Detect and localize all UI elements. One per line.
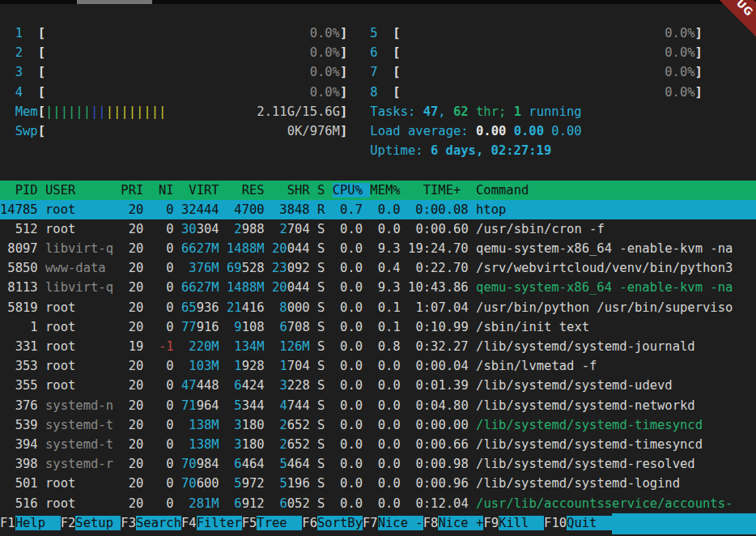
process-command: /usr/lib/accountsservice/accounts-	[476, 496, 733, 511]
fnkey-f7-nice-[interactable]: F7Nice -	[363, 513, 423, 534]
process-command: /usr/bin/python /usr/bin/superviso	[476, 300, 733, 315]
process-row-1[interactable]: 1 root 20 0 77916 9108 6708 S 0.0 0.1 0:…	[0, 317, 756, 337]
tasks-summary: Tasks: 47, 62 thr; 1 running	[370, 104, 581, 119]
table-header-row: PID USER PRI NI VIRT RES SHR S CPU% MEM%…	[0, 181, 756, 200]
cpu-meter-5: 5 [ 0.0%]	[370, 26, 703, 40]
column-header-pid[interactable]: PID	[0, 183, 45, 198]
column-header-user[interactable]: USER	[45, 183, 121, 198]
process-command: /usr/sbin/cron -f	[476, 222, 605, 236]
process-command: qemu-system-x86_64 -enable-kvm -na	[476, 280, 733, 295]
process-command: /sbin/init text	[476, 320, 589, 334]
process-command: htop	[476, 202, 506, 217]
meter-line-3: 4 [ 0.0%] 8 [ 0.0%]	[0, 83, 756, 102]
fnkey-f2-setup[interactable]: F2Setup	[61, 513, 121, 534]
blank-line	[0, 160, 756, 180]
column-header-virt[interactable]: VIRT	[181, 183, 227, 198]
fnbar-filler	[612, 513, 756, 534]
process-row-516[interactable]: 516 root 20 0 281M 6912 6052 S 0.0 0.0 0…	[0, 494, 756, 513]
process-command: /lib/systemd/systemd-logind	[476, 476, 680, 491]
process-row-394[interactable]: 394 systemd-t 20 0 138M 3180 2652 S 0.0 …	[0, 435, 756, 454]
swp-meter: Swp[ 0K/976M]	[15, 124, 348, 138]
meter-line-mem: Mem[|||||||||||||||| 2.11G/15.6G] Tasks:…	[0, 102, 756, 121]
debug-ribbon-band: UG	[704, 0, 756, 51]
process-row-376[interactable]: 376 systemd-n 20 0 71964 5344 4744 S 0.0…	[0, 396, 756, 415]
fnkey-f8-nice+[interactable]: F8Nice +	[423, 513, 484, 534]
process-row-331[interactable]: 331 root 19 -1 220M 134M 126M S 0.0 0.8 …	[0, 337, 756, 356]
process-row-353[interactable]: 353 root 20 0 103M 1928 1704 S 0.0 0.0 0…	[0, 356, 756, 376]
process-command: /srv/webvirtcloud/venv/bin/python3	[476, 261, 733, 275]
process-command: qemu-system-x86_64 -enable-kvm -na	[476, 241, 733, 256]
cpu-meter-3: 3 [ 0.0%]	[15, 65, 348, 79]
column-header-s[interactable]: S	[317, 183, 333, 198]
uptime: Uptime: 6 days, 02:27:19	[370, 143, 551, 158]
cpu-meter-8: 8 [ 0.0%]	[370, 85, 703, 100]
cpu-meter-2: 2 [ 0.0%]	[15, 45, 348, 60]
fnkey-f3-search[interactable]: F3Search	[121, 513, 181, 534]
function-key-bar: F1Help F2Setup F3SearchF4FilterF5Tree F6…	[0, 513, 756, 534]
process-row-355[interactable]: 355 root 20 0 47448 6424 3228 S 0.0 0.0 …	[0, 376, 756, 395]
process-row-5819[interactable]: 5819 root 20 0 65936 21416 8000 S 0.0 0.…	[0, 298, 756, 317]
process-row-8113[interactable]: 8113 libvirt-q 20 0 6627M 1488M 20044 S …	[0, 278, 756, 297]
cpu-meter-7: 7 [ 0.0%]	[370, 65, 703, 79]
htop-screen: 1 [ 0.0%] 5 [ 0.0%] 2 [ 0.0%] 6 [ 0.0%] …	[0, 23, 756, 513]
process-row-5850[interactable]: 5850 www-data 20 0 376M 69528 23092 S 0.…	[0, 258, 756, 278]
cpu-meter-4: 4 [ 0.0%]	[15, 85, 348, 100]
column-header-res[interactable]: RES	[227, 183, 272, 198]
process-row-501[interactable]: 501 root 20 0 70600 5972 5196 S 0.0 0.0 …	[0, 474, 756, 493]
meter-line-swp: Swp[ 0K/976M] Load average: 0.00 0.00 0.…	[0, 121, 756, 141]
meter-line-2: 3 [ 0.0%] 7 [ 0.0%]	[0, 62, 756, 82]
process-row-512[interactable]: 512 root 20 0 30304 2988 2704 S 0.0 0.0 …	[0, 219, 756, 239]
column-header-timeplus[interactable]: TIME+	[408, 183, 476, 198]
process-row-539[interactable]: 539 systemd-t 20 0 138M 3180 2652 S 0.0 …	[0, 415, 756, 435]
column-header-cpupct[interactable]: CPU%	[333, 183, 371, 198]
meter-line-0: 1 [ 0.0%] 5 [ 0.0%]	[0, 23, 756, 43]
process-row-14785[interactable]: 14785 root 20 0 32444 4700 3848 R 0.7 0.…	[0, 200, 756, 219]
meter-line-1: 2 [ 0.0%] 6 [ 0.0%]	[0, 43, 756, 62]
fnkey-f9-kill[interactable]: F9Kill	[483, 513, 544, 534]
mem-meter: Mem[|||||||||||||||| 2.11G/15.6G]	[15, 104, 348, 119]
column-header-ni[interactable]: NI	[151, 183, 181, 198]
fnkey-f10-quit[interactable]: F10Quit	[544, 513, 612, 534]
process-command: /lib/systemd/systemd-journald	[476, 339, 695, 354]
fnkey-f1-help[interactable]: F1Help	[0, 513, 61, 534]
debug-ribbon: UG	[704, 0, 756, 52]
process-command: /lib/systemd/systemd-networkd	[476, 398, 695, 413]
column-header-command[interactable]: Command	[476, 183, 529, 198]
fnkey-f5-tree[interactable]: F5Tree	[242, 513, 303, 534]
process-command: /lib/systemd/systemd-resolved	[476, 457, 695, 471]
column-header-pri[interactable]: PRI	[121, 183, 151, 198]
window-tab-indicator[interactable]	[77, 0, 152, 4]
cpu-meter-1: 1 [ 0.0%]	[15, 26, 348, 40]
process-command: /lib/systemd/systemd-timesyncd	[476, 437, 703, 452]
window-top-strip	[0, 0, 756, 4]
process-row-8097[interactable]: 8097 libvirt-q 20 0 6627M 1488M 20044 S …	[0, 239, 756, 258]
process-row-398[interactable]: 398 systemd-r 20 0 70984 6464 5464 S 0.0…	[0, 454, 756, 474]
column-header-mempct[interactable]: MEM%	[370, 183, 408, 198]
cpu-meter-6: 6 [ 0.0%]	[370, 45, 703, 60]
meter-line-uptime: Uptime: 6 days, 02:27:19	[0, 141, 756, 160]
fnkey-f4-filter[interactable]: F4Filter	[181, 513, 242, 534]
process-command: /lib/systemd/systemd-timesyncd	[476, 418, 703, 432]
column-header-shr[interactable]: SHR	[272, 183, 317, 198]
process-command: /lib/systemd/systemd-udevd	[476, 378, 673, 393]
fnkey-f6-sortby[interactable]: F6SortBy	[302, 513, 363, 534]
process-command: /sbin/lvmetad -f	[476, 359, 597, 373]
load-average: Load average: 0.00 0.00 0.00	[370, 124, 581, 138]
